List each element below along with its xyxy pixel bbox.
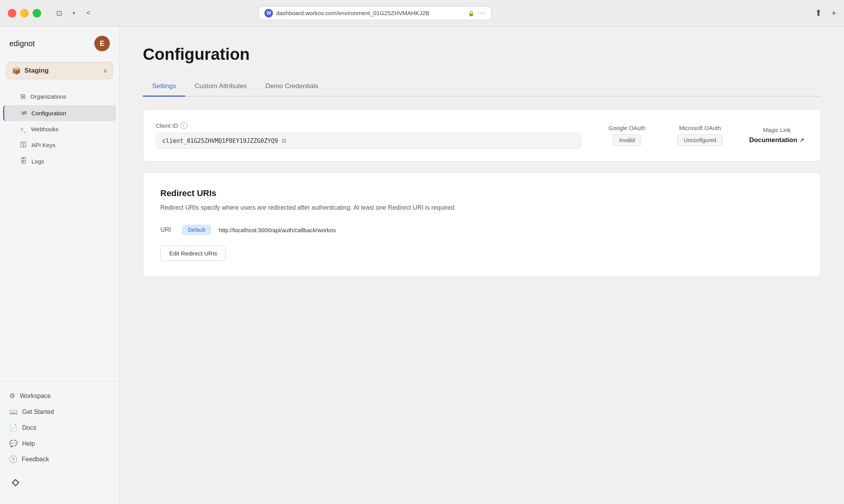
traffic-light-green[interactable] <box>33 9 41 17</box>
chat-icon: 💬 <box>9 440 17 448</box>
sidebar-item-label: Feedback <box>22 456 49 463</box>
browser-chrome: ⊡ ▾ < W dashboard.workos.com/environment… <box>0 0 844 26</box>
more-icon[interactable]: ··· <box>478 9 486 17</box>
grid-icon: ⊞ <box>20 92 26 101</box>
sidebar-item-label: Webhooks <box>31 126 59 132</box>
question-icon: ? <box>9 455 17 463</box>
magic-link-documentation-link[interactable]: Documentation ↗ <box>749 136 805 144</box>
external-link-icon: ↗ <box>799 137 804 144</box>
traffic-light-yellow[interactable] <box>20 9 29 17</box>
redirect-uris-title: Redirect URIs <box>160 188 803 198</box>
microsoft-oauth-section: Microsoft OAuth Unconfigured <box>673 125 727 146</box>
favicon: W <box>264 9 273 17</box>
sidebar-item-help[interactable]: 💬 Help <box>3 436 116 452</box>
environment-selector[interactable]: 📦 Staging ∨ <box>6 62 113 79</box>
sidebar-item-feedback[interactable]: ? Feedback <box>3 452 116 467</box>
sidebar-logo <box>0 470 119 495</box>
magic-link-section: Magic Link Documentation ↗ <box>746 127 808 144</box>
traffic-light-red[interactable] <box>8 9 16 17</box>
google-oauth-label: Google OAuth <box>608 125 645 131</box>
client-id-value: client_01G25ZHVMQ1P8EY19JZZG0ZYQ9 ⧉ <box>156 133 581 149</box>
redirect-uris-description: Redirect URIs specify where users are re… <box>160 203 471 212</box>
sidebar: edignot E 📦 Staging ∨ ⊞ Organizations ⇌ … <box>0 26 120 504</box>
terminal-icon: >_ <box>20 126 26 132</box>
uri-value: http://localhost:3000/api/auth/callback/… <box>219 227 336 233</box>
redirect-uris-card: Redirect URIs Redirect URIs specify wher… <box>143 172 821 277</box>
sidebar-item-label: Organizations <box>30 93 66 100</box>
lock-icon: 🔒 <box>468 10 474 16</box>
sidebar-item-label: Workspace <box>20 393 51 400</box>
uri-default-badge: Default <box>182 225 211 235</box>
tabs: Settings Custom Attributes Demo Credenti… <box>143 78 821 97</box>
browser-nav: ⊡ ▾ < <box>54 8 94 19</box>
key-icon: ⚿ <box>20 141 27 149</box>
uri-label: URI <box>160 226 174 233</box>
config-card: Client ID i client_01G25ZHVMQ1P8EY19JZZG… <box>143 109 821 162</box>
sidebar-item-label: Configuration <box>31 110 66 116</box>
sliders-icon: ⇌ <box>21 109 27 117</box>
sidebar-item-api-keys[interactable]: ⚿ API Keys <box>3 137 116 153</box>
chevron-down-icon: ∨ <box>103 68 107 74</box>
content-area: Configuration Settings Custom Attributes… <box>120 26 844 504</box>
book-icon: 📖 <box>9 408 17 416</box>
address-bar[interactable]: W dashboard.workos.com/environment_01G25… <box>259 6 491 20</box>
client-id-section: Client ID i client_01G25ZHVMQ1P8EY19JZZG… <box>156 122 581 149</box>
sidebar-item-label: Get Started <box>22 408 54 415</box>
microsoft-oauth-label: Microsoft OAuth <box>679 125 721 131</box>
sidebar-item-configuration[interactable]: ⇌ Configuration <box>3 105 116 121</box>
sidebar-username: edignot <box>9 39 35 48</box>
sidebar-item-workspace[interactable]: ⚙ Workspace <box>3 388 116 404</box>
sidebar-item-label: Docs <box>22 424 36 431</box>
new-tab-icon[interactable]: + <box>831 8 836 18</box>
magic-link-label: Magic Link <box>763 127 791 133</box>
page-title: Configuration <box>143 45 821 64</box>
google-oauth-section: Google OAuth Invalid <box>600 125 654 146</box>
back-icon[interactable]: < <box>83 8 94 19</box>
document-icon: 📄 <box>9 424 17 432</box>
browser-actions: ⬆ + <box>815 8 836 18</box>
uri-row: URI Default http://localhost:3000/api/au… <box>160 225 803 235</box>
nav-section: ⊞ Organizations ⇌ Configuration >_ Webho… <box>0 89 119 375</box>
edit-redirect-uris-button[interactable]: Edit Redirect URIs <box>160 246 226 261</box>
info-icon[interactable]: i <box>181 122 188 129</box>
sidebar-item-label: Logs <box>31 158 44 165</box>
microsoft-oauth-status[interactable]: Unconfigured <box>677 134 722 146</box>
tab-settings[interactable]: Settings <box>143 78 185 97</box>
google-oauth-status[interactable]: Invalid <box>613 134 641 146</box>
sidebar-user: edignot E <box>0 36 119 62</box>
share-icon[interactable]: ⬆ <box>815 8 822 18</box>
main-layout: edignot E 📦 Staging ∨ ⊞ Organizations ⇌ … <box>0 26 844 504</box>
traffic-lights <box>8 9 41 17</box>
sidebar-item-webhooks[interactable]: >_ Webhooks <box>3 122 116 136</box>
env-icon: 📦 <box>12 66 21 75</box>
tab-demo-credentials[interactable]: Demo Credentials <box>256 78 328 97</box>
database-icon: 🗄 <box>20 157 27 165</box>
copy-icon[interactable]: ⧉ <box>282 137 286 144</box>
tab-custom-attributes[interactable]: Custom Attributes <box>185 78 256 97</box>
user-avatar[interactable]: E <box>94 36 110 51</box>
sidebar-item-docs[interactable]: 📄 Docs <box>3 420 116 436</box>
chevron-down-icon[interactable]: ▾ <box>68 8 79 19</box>
sidebar-item-logs[interactable]: 🗄 Logs <box>3 153 116 169</box>
sidebar-item-get-started[interactable]: 📖 Get Started <box>3 404 116 420</box>
sidebar-item-organizations[interactable]: ⊞ Organizations <box>3 89 116 104</box>
client-id-label: Client ID i <box>156 122 581 129</box>
env-name: Staging <box>24 67 99 75</box>
sidebar-item-label: Help <box>22 440 35 447</box>
sidebar-item-label: API Keys <box>31 142 56 148</box>
sidebar-toggle-icon[interactable]: ⊡ <box>54 8 64 19</box>
gear-icon: ⚙ <box>9 392 15 400</box>
url-text: dashboard.workos.com/environment_01G25ZH… <box>276 10 465 16</box>
sidebar-bottom: ⚙ Workspace 📖 Get Started 📄 Docs 💬 Help … <box>0 381 119 470</box>
